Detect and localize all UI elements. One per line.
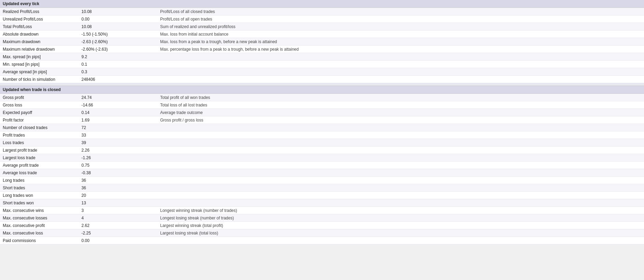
row-value: -0.38 [79, 169, 157, 176]
row-label: Average profit trade [0, 162, 79, 169]
table-row: Max. consecutive losses4Longest losing s… [0, 214, 644, 222]
row-value: 33 [79, 132, 157, 139]
row-desc: Max. percentage loss from a peak to a tr… [157, 46, 644, 53]
row-value: 0.00 [79, 237, 157, 244]
table-row: Max. consecutive wins3Longest winning st… [0, 207, 644, 214]
row-desc: Profit/Loss of all closed trades [157, 8, 644, 15]
table-row: Maximum relative drawdown-2.60% (-2.63)M… [0, 46, 644, 53]
row-desc: Average trade outcome [157, 109, 644, 116]
row-label: Unrealized Profit/Loss [0, 16, 79, 23]
table-row: Unrealized Profit/Loss0.00Profit/Loss of… [0, 15, 644, 23]
row-desc: Max. loss from a peak to a trough, befor… [157, 38, 644, 45]
row-desc [157, 179, 644, 181]
row-value: 24.74 [79, 94, 157, 101]
row-value: -2.60% (-2.63) [79, 46, 157, 53]
row-label: Maximum drawdown [0, 38, 79, 45]
row-label: Min. spread [in pips] [0, 61, 79, 68]
row-desc: Total profit of all won trades [157, 94, 644, 101]
row-value: 248406 [79, 76, 157, 83]
row-value: 3 [79, 207, 157, 214]
row-label: Number of closed trades [0, 124, 79, 131]
row-desc: Sum of realized and unrealized profit/lo… [157, 23, 644, 30]
row-desc [157, 240, 644, 242]
row-label: Largest loss trade [0, 154, 79, 161]
row-label: Max. consecutive wins [0, 207, 79, 214]
row-desc: Largest winning streak (total profit) [157, 222, 644, 229]
row-value: 10.08 [79, 8, 157, 15]
row-value: 39 [79, 139, 157, 146]
table-row: Short trades36 [0, 184, 644, 192]
table-row: Profit factor1.69Gross profit / gross lo… [0, 116, 644, 124]
row-desc [157, 71, 644, 73]
table-row: Loss trades39 [0, 139, 644, 147]
table-row: Min. spread [in pips]0.1 [0, 61, 644, 68]
table-row: Average spread [in pips]0.3 [0, 68, 644, 76]
row-value: 36 [79, 184, 157, 191]
table-row: Max. spread [in pips]9.2 [0, 53, 644, 61]
row-desc: Max. loss from initial account balance [157, 31, 644, 38]
table-row: Gross profit24.74Total profit of all won… [0, 94, 644, 101]
table-row: Total Profit/Loss10.08Sum of realized an… [0, 23, 644, 30]
row-label: Absolute drawdown [0, 31, 79, 38]
row-desc [157, 78, 644, 80]
row-desc [157, 187, 644, 189]
table-row: Realized Profit/Loss10.08Profit/Loss of … [0, 8, 644, 15]
table-row: Average loss trade-0.38 [0, 169, 644, 177]
row-label: Expected payoff [0, 109, 79, 116]
table-row: Max. consecutive loss-2.25Largest losing… [0, 229, 644, 237]
row-label: Gross profit [0, 94, 79, 101]
section-header-updated-when-trade-closed: Updated when trade is closed [0, 86, 644, 94]
row-desc [157, 194, 644, 196]
table-row: Number of closed trades72 [0, 124, 644, 131]
row-value: 4 [79, 215, 157, 221]
row-desc: Gross profit / gross loss [157, 117, 644, 124]
row-desc [157, 63, 644, 65]
row-desc: Total loss of all lost trades [157, 102, 644, 109]
row-value: 72 [79, 124, 157, 131]
row-label: Short trades [0, 184, 79, 191]
row-desc [157, 164, 644, 166]
table-row: Gross loss-14.66Total loss of all lost t… [0, 101, 644, 109]
row-label: Loss trades [0, 139, 79, 146]
table-row: Expected payoff0.14Average trade outcome [0, 109, 644, 116]
row-desc: Longest losing streak (number of trades) [157, 215, 644, 221]
row-label: Max. consecutive profit [0, 222, 79, 229]
table-row: Long trades won20 [0, 192, 644, 199]
table-row: Long trades36 [0, 177, 644, 184]
table-row: Absolute drawdown-1.50 (-1.50%)Max. loss… [0, 30, 644, 38]
row-label: Profit trades [0, 132, 79, 139]
row-desc [157, 202, 644, 204]
row-label: Average spread [in pips] [0, 68, 79, 75]
row-label: Max. consecutive loss [0, 230, 79, 237]
table-row: Short trades won13 [0, 199, 644, 207]
row-label: Max. consecutive losses [0, 215, 79, 221]
row-desc [157, 142, 644, 144]
row-value: 2.62 [79, 222, 157, 229]
row-label: Gross loss [0, 102, 79, 109]
section-header-updated-every-tick: Updated every tick [0, 0, 644, 8]
row-value: 2.26 [79, 147, 157, 154]
row-desc: Profit/Loss of all open trades [157, 16, 644, 23]
row-value: 9.2 [79, 53, 157, 60]
table-row: Profit trades33 [0, 131, 644, 139]
table-row: Max. consecutive profit2.62Largest winni… [0, 222, 644, 229]
row-desc: Largest losing streak (total loss) [157, 230, 644, 237]
row-value: 36 [79, 177, 157, 184]
table-row: Number of ticks in simulation248406 [0, 76, 644, 83]
row-label: Profit factor [0, 117, 79, 124]
row-desc [157, 134, 644, 136]
row-value: 10.08 [79, 23, 157, 30]
row-label: Maximum relative drawdown [0, 46, 79, 53]
row-value: -1.26 [79, 154, 157, 161]
row-value: 0.3 [79, 68, 157, 75]
row-label: Max. spread [in pips] [0, 53, 79, 60]
row-desc [157, 172, 644, 174]
row-value: 1.69 [79, 117, 157, 124]
row-label: Long trades won [0, 192, 79, 199]
row-label: Largest profit trade [0, 147, 79, 154]
row-value: 0.75 [79, 162, 157, 169]
row-label: Long trades [0, 177, 79, 184]
row-label: Number of ticks in simulation [0, 76, 79, 83]
row-desc [157, 149, 644, 151]
row-value: -1.50 (-1.50%) [79, 31, 157, 38]
